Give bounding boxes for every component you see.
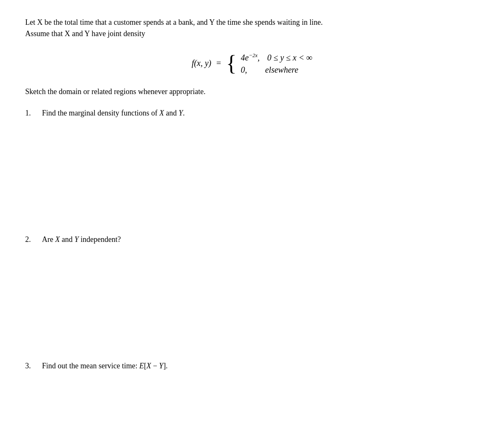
case-row-2: 0, elsewhere: [241, 65, 312, 75]
question-1: 1. Find the marginal density functions o…: [25, 109, 479, 118]
big-brace-icon: {: [226, 52, 237, 74]
case-row-1: 4e−2x, 0 ≤ y ≤ x < ∞: [241, 52, 312, 63]
case1-expr: 4e−2x,: [241, 52, 260, 63]
question-1-number: 1.: [25, 109, 38, 118]
question-1-header: 1. Find the marginal density functions o…: [25, 109, 479, 118]
case2-expr: 0,: [241, 65, 247, 75]
intro-paragraph: Let X be the total time that a customer …: [25, 17, 479, 39]
question-3: 3. Find out the mean service time: E[X −…: [25, 362, 479, 370]
question-2: 2. Are X and Y independent?: [25, 235, 479, 244]
question-2-number: 2.: [25, 235, 38, 244]
formula-cases: { 4e−2x, 0 ≤ y ≤ x < ∞ 0, elsewhere: [226, 52, 312, 75]
question-3-text: Find out the mean service time: E[X − Y]…: [42, 362, 168, 370]
question-1-text: Find the marginal density functions of X…: [42, 109, 185, 118]
question-2-text: Are X and Y independent?: [42, 235, 121, 244]
question-2-header: 2. Are X and Y independent?: [25, 235, 479, 244]
formula-equals: =: [216, 58, 221, 68]
question-3-number: 3.: [25, 362, 38, 370]
cases-table: 4e−2x, 0 ≤ y ≤ x < ∞ 0, elsewhere: [241, 52, 312, 75]
case2-condition: elsewhere: [255, 65, 298, 75]
intro-line2: Assume that X and Y have joint density: [25, 29, 145, 38]
formula-block: f(x, y) = { 4e−2x, 0 ≤ y ≤ x < ∞ 0, else…: [25, 52, 479, 75]
sketch-instruction: Sketch the domain or related regions whe…: [25, 87, 479, 96]
question-3-header: 3. Find out the mean service time: E[X −…: [25, 362, 479, 370]
formula-lhs: f(x, y): [192, 58, 212, 68]
intro-line1: Let X be the total time that a customer …: [25, 18, 323, 26]
case1-condition: 0 ≤ y ≤ x < ∞: [267, 53, 313, 63]
